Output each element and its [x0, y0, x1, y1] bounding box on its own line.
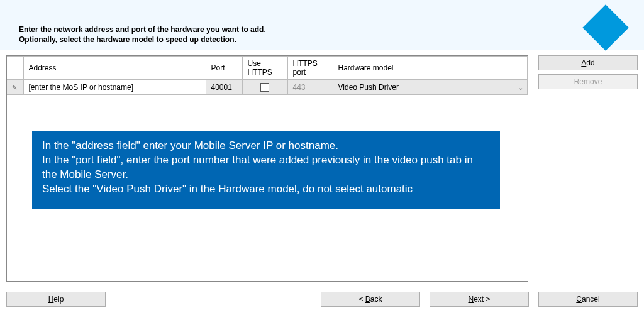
main-panel: Address Port Use HTTPS HTTPS port Hardwa…: [6, 55, 638, 283]
hardware-model-header[interactable]: Hardware model: [333, 57, 528, 80]
port-cell[interactable]: 40001: [206, 80, 242, 95]
chevron-down-icon: ⌄: [518, 84, 523, 90]
wizard-instruction-text: Enter the network address and port of th…: [19, 25, 266, 45]
use-https-cell[interactable]: [242, 80, 287, 95]
help-button[interactable]: Help: [6, 292, 106, 307]
add-button[interactable]: Add: [538, 55, 638, 70]
address-header[interactable]: Address: [23, 57, 206, 80]
wizard-header: Enter the network address and port of th…: [0, 0, 644, 50]
back-button[interactable]: < Back: [321, 292, 420, 307]
hardware-grid-panel: Address Port Use HTTPS HTTPS port Hardwa…: [6, 55, 528, 282]
instruction-line2: Optionally, select the hardware model to…: [19, 35, 236, 44]
instruction-line1: Enter the network address and port of th…: [19, 25, 266, 34]
row-edit-indicator: ✎: [7, 80, 23, 95]
use-https-header[interactable]: Use HTTPS: [242, 57, 287, 80]
hardware-table: Address Port Use HTTPS HTTPS port Hardwa…: [7, 56, 528, 95]
brand-diamond-icon: [582, 4, 629, 51]
address-cell[interactable]: [enter the MoS IP or hostname]: [23, 80, 206, 95]
port-header[interactable]: Port: [206, 57, 242, 80]
https-port-header[interactable]: HTTPS port: [287, 57, 333, 80]
table-row[interactable]: ✎ [enter the MoS IP or hostname] 40001 4…: [7, 80, 528, 95]
side-button-column: Add Remove: [538, 55, 638, 93]
callout-line: In the "address field" enter your Mobile…: [42, 139, 490, 153]
callout-line: In the "port field", enter the port numb…: [42, 153, 490, 182]
remove-button: Remove: [538, 74, 638, 89]
cancel-button[interactable]: Cancel: [538, 292, 638, 307]
use-https-checkbox[interactable]: [260, 83, 269, 92]
next-button[interactable]: Next >: [430, 292, 529, 307]
callout-line: Select the "Video Push Driver" in the Ha…: [42, 182, 490, 197]
help-callout: In the "address field" enter your Mobile…: [32, 131, 500, 209]
wizard-footer: Help < Back Next > Cancel: [6, 292, 638, 309]
hardware-model-value: Video Push Driver: [338, 83, 399, 92]
row-marker-header: [7, 57, 23, 80]
https-port-cell: 443: [287, 80, 333, 95]
pencil-icon: ✎: [12, 84, 17, 91]
hardware-model-cell[interactable]: Video Push Driver ⌄: [333, 80, 528, 95]
